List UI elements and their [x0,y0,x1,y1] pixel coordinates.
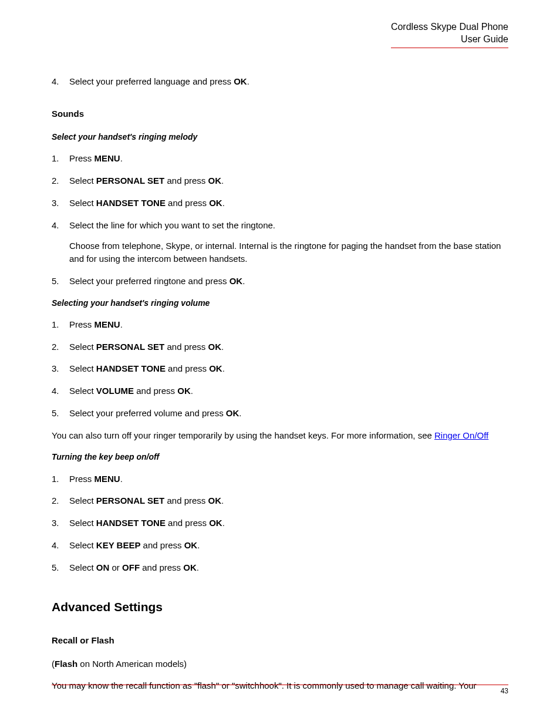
heading-sounds: Sounds [52,107,508,120]
header-title-line2: User Guide [391,33,508,46]
step-item: 3. Select HANDSET TONE and press OK. [52,197,508,210]
heading-volume: Selecting your handset's ringing volume [52,297,508,309]
step-item: 4. Select the line for which you want to… [52,219,508,232]
heading-keybeep: Turning the key beep on/off [52,451,508,463]
heading-melody: Select your handset's ringing melody [52,131,508,143]
step-item: 2. Select PERSONAL SET and press OK. [52,341,508,353]
heading-recall-flash: Recall or Flash [52,634,508,647]
step-item: 3. Select HANDSET TONE and press OK. [52,517,508,530]
step-number: 4. [52,75,69,88]
step-item: 3. Select HANDSET TONE and press OK. [52,362,508,375]
step-item: 5. Select ON or OFF and press OK. [52,561,508,574]
step-subtext: Choose from telephone, Skype, or interna… [69,240,508,265]
volume-note: You can also turn off your ringer tempor… [52,429,508,442]
step-item: 4. Select KEY BEEP and press OK. [52,539,508,552]
page-footer: 43 [52,685,508,696]
step-item: 1. Press MENU. [52,152,508,165]
heading-advanced-settings: Advanced Settings [52,598,508,616]
step-item: 2. Select PERSONAL SET and press OK. [52,494,508,507]
step-item: 5. Select your preferred volume and pres… [52,407,508,420]
step-item: 1. Press MENU. [52,318,508,331]
recall-p1: (Flash on North American models) [52,658,508,670]
step-item: 1. Press MENU. [52,473,508,486]
header-title-line1: Cordless Skype Dual Phone [391,21,508,33]
ringer-onoff-link[interactable]: Ringer On/Off [434,430,488,440]
step-item: 4. Select your preferred language and pr… [52,75,508,88]
step-text: Select your preferred language and press… [69,75,508,88]
step-item: 2. Select PERSONAL SET and press OK. [52,174,508,187]
page-number: 43 [501,687,508,695]
page-header: Cordless Skype Dual Phone User Guide [52,21,508,50]
step-item: 5. Select your preferred ringtone and pr… [52,275,508,288]
step-item: 4. Select VOLUME and press OK. [52,385,508,397]
page-content: Cordless Skype Dual Phone User Guide 4. … [0,0,560,725]
